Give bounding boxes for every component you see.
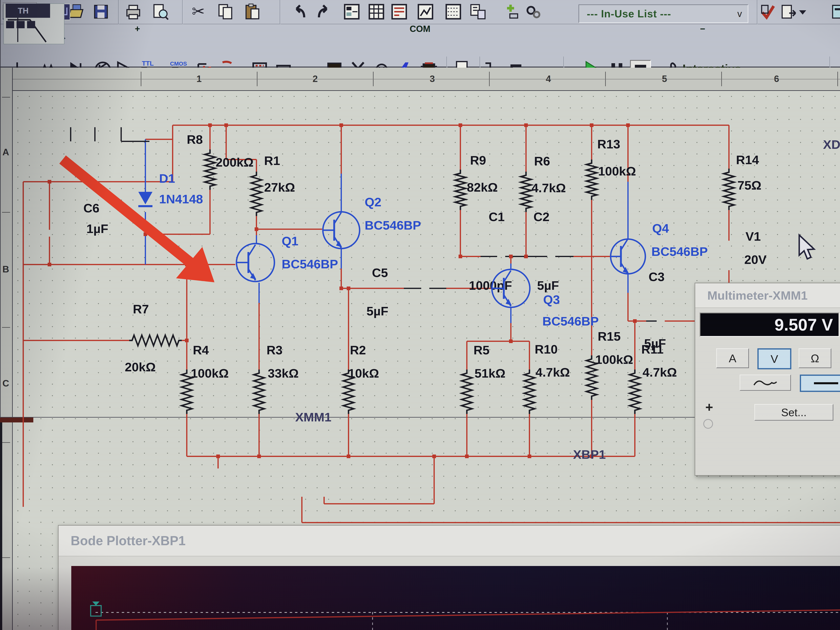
schematic-layer: R8200kΩR127kΩR982kΩR64.7kΩR13100kΩR1475Ω… (0, 0, 840, 630)
multisim-application-window: --- In-Use List --- v ✂ Interactive TTLC… (0, 0, 840, 630)
mouse-cursor (797, 234, 820, 262)
annotation-arrow (0, 0, 840, 630)
